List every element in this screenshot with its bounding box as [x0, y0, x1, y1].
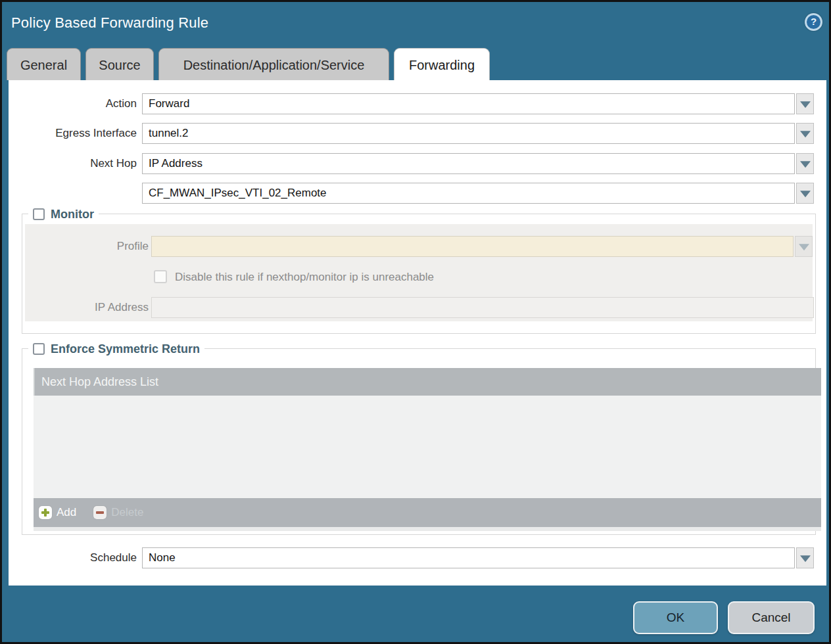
monitor-section-title: Monitor — [51, 208, 94, 221]
add-button[interactable]: Add — [39, 506, 76, 519]
add-button-label: Add — [57, 506, 76, 519]
help-icon[interactable]: ? — [805, 13, 822, 31]
monitor-legend: Monitor — [28, 206, 99, 223]
chevron-down-icon — [799, 244, 809, 250]
monitor-ip-address-label: IP Address — [25, 297, 149, 318]
next-hop-address-list-header: Next Hop Address List — [34, 368, 821, 396]
schedule-label: Schedule — [9, 547, 137, 568]
plus-icon — [39, 506, 52, 519]
minus-icon — [93, 506, 107, 519]
tab-forwarding[interactable]: Forwarding — [394, 48, 490, 80]
next-hop-address-dropdown-button[interactable] — [796, 183, 814, 204]
dialog-title: Policy Based Forwarding Rule — [11, 14, 208, 32]
enforce-symmetric-return-checkbox[interactable] — [33, 343, 45, 355]
tab-general[interactable]: General — [7, 48, 81, 80]
monitor-checkbox[interactable] — [33, 208, 45, 220]
enforce-symmetric-return-legend: Enforce Symmetric Return — [28, 340, 204, 357]
forwarding-tab-content: Action Forward Egress Interface tunnel.2… — [9, 80, 826, 586]
monitor-ip-address-input — [151, 297, 814, 318]
disable-rule-label: Disable this rule if nexthop/monitor ip … — [175, 269, 434, 285]
delete-button: Delete — [93, 506, 143, 519]
tab-bar: General Source Destination/Application/S… — [7, 48, 490, 80]
tab-destination-application-service[interactable]: Destination/Application/Service — [158, 48, 389, 80]
table-bottom-strip — [34, 527, 821, 531]
next-hop-address-list-toolbar: Add Delete — [34, 498, 821, 527]
enforce-symmetric-return-section: Enforce Symmetric Return Next Hop Addres… — [22, 348, 816, 535]
profile-select — [151, 236, 794, 257]
next-hop-dropdown-button[interactable] — [796, 153, 814, 174]
delete-button-label: Delete — [111, 506, 143, 519]
schedule-dropdown-button[interactable] — [796, 547, 814, 568]
cancel-button[interactable]: Cancel — [728, 601, 815, 634]
enforce-symmetric-return-title: Enforce Symmetric Return — [51, 342, 200, 356]
ok-button[interactable]: OK — [633, 601, 718, 634]
egress-interface-dropdown-button[interactable] — [796, 123, 814, 144]
chevron-down-icon — [800, 161, 811, 168]
egress-interface-select[interactable]: tunnel.2 — [142, 123, 795, 144]
next-hop-address-table: Next Hop Address List Add Delete — [34, 368, 821, 531]
monitor-disabled-panel: Profile Disable this rule if nexthop/mon… — [25, 224, 813, 321]
egress-interface-label: Egress Interface — [9, 123, 137, 144]
monitor-section: Monitor Profile Disable this rule if nex… — [22, 214, 816, 334]
profile-label: Profile — [25, 236, 149, 257]
chevron-down-icon — [800, 555, 811, 562]
next-hop-address-list-body — [34, 396, 821, 498]
action-label: Action — [9, 93, 137, 114]
policy-based-forwarding-dialog: Policy Based Forwarding Rule ? General S… — [0, 0, 831, 644]
profile-dropdown-button — [795, 236, 813, 257]
chevron-down-icon — [800, 191, 811, 197]
chevron-down-icon — [800, 131, 811, 137]
help-icon-glyph: ? — [805, 13, 822, 31]
action-dropdown-button[interactable] — [796, 93, 814, 114]
next-hop-label: Next Hop — [9, 153, 137, 174]
tab-source[interactable]: Source — [85, 48, 154, 80]
next-hop-type-select[interactable]: IP Address — [142, 153, 795, 174]
next-hop-address-select[interactable]: CF_MWAN_IPsec_VTI_02_Remote — [142, 183, 795, 204]
schedule-select[interactable]: None — [142, 547, 795, 568]
action-select[interactable]: Forward — [142, 93, 795, 114]
chevron-down-icon — [800, 101, 811, 108]
disable-rule-checkbox — [154, 270, 167, 283]
